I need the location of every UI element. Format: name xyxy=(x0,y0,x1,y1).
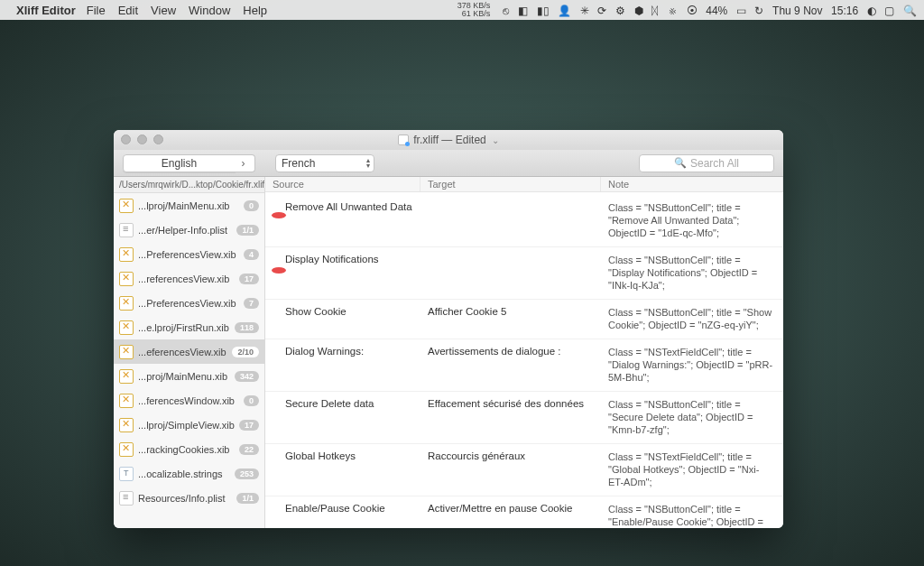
sidebar-item[interactable]: ...ocalizable.strings 253 xyxy=(114,461,264,486)
tray-icon[interactable]: ⟳ xyxy=(597,5,606,17)
untranslated-dot-icon xyxy=(272,267,286,274)
file-icon xyxy=(119,491,134,506)
menu-view[interactable]: View xyxy=(151,4,176,17)
sidebar-item[interactable]: ...rackingCookies.xib 22 xyxy=(114,437,264,461)
file-name: ...referencesView.xib xyxy=(138,274,235,284)
sidebar-item[interactable]: ...e.lproj/FirstRun.xib 118 xyxy=(114,315,264,339)
table-row[interactable]: Global Hotkeys Raccourcis généraux Class… xyxy=(265,444,783,496)
tray-icon[interactable]: 👤 xyxy=(558,5,571,17)
sidebar-item[interactable]: ...lproj/MainMenu.xib 0 xyxy=(114,193,264,218)
date-text[interactable]: Thu 9 Nov xyxy=(772,5,822,17)
cell-source[interactable]: Show Cookie xyxy=(265,306,420,331)
menu-help[interactable]: Help xyxy=(243,4,267,17)
sidebar-item[interactable]: ...PreferencesView.xib 4 xyxy=(114,242,264,266)
close-button[interactable] xyxy=(121,135,131,144)
tray-icon[interactable]: ⎋ xyxy=(503,5,509,17)
search-icon: 🔍 xyxy=(674,157,687,169)
file-icon xyxy=(119,418,134,432)
sidebar-item[interactable]: ...referencesView.xib 17 xyxy=(114,266,264,291)
col-note[interactable]: Note xyxy=(601,177,783,191)
file-icon xyxy=(119,296,134,311)
file-icon xyxy=(119,394,134,408)
tray-icon[interactable]: ✳ xyxy=(580,5,589,17)
sidebar-item[interactable]: ...er/Helper-Info.plist 1/1 xyxy=(114,218,264,242)
sidebar-item[interactable]: ...lproj/SimpleView.xib 17 xyxy=(114,413,264,437)
swap-language-button[interactable]: › xyxy=(232,154,255,172)
cell-target[interactable]: Effacement sécurisé des données xyxy=(420,398,601,436)
sidebar-item[interactable]: ...eferencesView.xib 2/10 xyxy=(114,339,264,364)
table-row[interactable]: Enable/Pause Cookie Activer/Mettre en pa… xyxy=(265,496,783,528)
table-row[interactable]: Dialog Warnings: Avertissements de dialo… xyxy=(265,339,783,392)
sidebar-item[interactable]: ...proj/MainMenu.xib 342 xyxy=(114,364,264,388)
file-name: ...lproj/MainMenu.xib xyxy=(138,200,239,211)
untranslated-dot-icon xyxy=(272,212,286,218)
menu-edit[interactable]: Edit xyxy=(118,4,138,17)
battery-icon[interactable]: ▭ xyxy=(736,5,746,17)
sidebar-item[interactable]: ...ferencesWindow.xib 0 xyxy=(114,388,264,413)
cell-target[interactable]: Raccourcis généraux xyxy=(420,450,601,488)
wifi-icon[interactable]: ⦿ xyxy=(687,5,698,17)
cell-target[interactable] xyxy=(420,201,601,239)
display-icon[interactable]: ▢ xyxy=(884,5,894,17)
file-icon xyxy=(119,247,134,262)
tray-icon[interactable]: ⬢ xyxy=(634,5,643,17)
search-placeholder: Search All xyxy=(690,157,739,170)
tray-icon[interactable]: ⚙ xyxy=(615,5,625,17)
file-icon xyxy=(119,320,134,335)
col-source[interactable]: Source xyxy=(265,177,420,191)
count-badge: 4 xyxy=(244,249,259,260)
contrast-icon[interactable]: ◐ xyxy=(867,5,876,17)
count-badge: 17 xyxy=(239,420,259,431)
file-name: ...er/Helper-Info.plist xyxy=(138,225,232,236)
file-icon xyxy=(119,272,134,286)
app-name[interactable]: Xliff Editor xyxy=(16,4,76,17)
cell-source[interactable]: Secure Delete data xyxy=(265,398,420,436)
cell-note: Class = "NSButtonCell"; title = "Enable/… xyxy=(601,503,783,528)
target-language-dropdown[interactable]: French ▴▾ xyxy=(275,154,374,172)
table-row[interactable]: Display Notifications Class = "NSButtonC… xyxy=(265,247,783,300)
timemachine-icon[interactable]: ↻ xyxy=(754,5,763,17)
battery-text[interactable]: 44% xyxy=(706,5,727,17)
window-title: fr.xliff — Edited xyxy=(413,134,485,146)
zoom-button[interactable] xyxy=(153,135,163,144)
table-row[interactable]: Show Cookie Afficher Cookie 5 Class = "N… xyxy=(265,300,783,339)
count-badge: 253 xyxy=(235,469,259,479)
tray-icon[interactable]: ᛞ xyxy=(651,5,658,17)
file-name: ...proj/MainMenu.xib xyxy=(138,371,230,382)
cell-source[interactable]: Enable/Pause Cookie xyxy=(265,503,420,528)
titlebar[interactable]: fr.xliff — Edited ⌄ xyxy=(114,130,783,150)
cell-note: Class = "NSButtonCell"; title = "Remove … xyxy=(601,201,783,239)
spotlight-icon[interactable]: 🔍 xyxy=(903,5,917,17)
path-bar[interactable]: /Users/mrqwirk/D...ktop/Cookie/fr.xliff xyxy=(114,177,264,193)
minimize-button[interactable] xyxy=(137,135,147,144)
cell-source[interactable]: Dialog Warnings: xyxy=(265,346,420,384)
tray-icon[interactable]: ▮▯ xyxy=(537,5,550,17)
col-target[interactable]: Target xyxy=(420,177,601,191)
cell-note: Class = "NSTextFieldCell"; title = "Dial… xyxy=(601,346,783,384)
cell-target[interactable]: Avertissements de dialogue : xyxy=(420,346,601,384)
cell-target[interactable] xyxy=(420,254,601,292)
table-row[interactable]: Secure Delete data Effacement sécurisé d… xyxy=(265,392,783,444)
chevron-updown-icon: ▴▾ xyxy=(366,158,370,169)
source-language-button[interactable]: English xyxy=(123,154,236,172)
bluetooth-icon[interactable]: ⨳ xyxy=(667,5,678,17)
time-text[interactable]: 15:16 xyxy=(831,5,858,17)
cell-source[interactable]: Remove All Unwanted Data xyxy=(265,201,420,239)
menu-window[interactable]: Window xyxy=(189,4,230,17)
title-chevron-icon[interactable]: ⌄ xyxy=(492,135,499,145)
tray-icon[interactable]: ◧ xyxy=(518,5,528,17)
search-input[interactable]: 🔍 Search All xyxy=(639,154,774,172)
cell-source[interactable]: Global Hotkeys xyxy=(265,450,420,488)
sidebar-item[interactable]: ...PreferencesView.xib 7 xyxy=(114,291,264,315)
table-row[interactable]: Remove All Unwanted Data Class = "NSButt… xyxy=(265,192,783,247)
cell-target[interactable]: Afficher Cookie 5 xyxy=(420,306,601,331)
cell-target[interactable]: Activer/Mettre en pause Cookie xyxy=(420,503,601,528)
count-badge: 118 xyxy=(235,322,259,333)
cell-source[interactable]: Display Notifications xyxy=(265,254,420,292)
sidebar-item[interactable]: Resources/Info.plist 1/1 xyxy=(114,486,264,510)
menu-file[interactable]: File xyxy=(87,4,106,17)
file-icon xyxy=(119,199,134,213)
count-badge: 1/1 xyxy=(236,225,259,236)
file-icon xyxy=(119,345,134,359)
translation-table: Source Target Note Remove All Unwanted D… xyxy=(265,177,783,528)
